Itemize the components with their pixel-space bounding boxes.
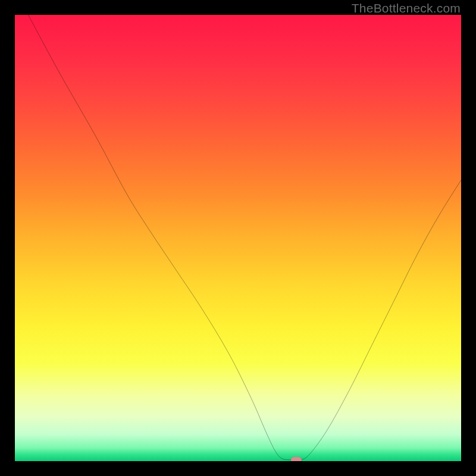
plot-area bbox=[15, 15, 461, 461]
watermark-text: TheBottleneck.com bbox=[352, 1, 461, 15]
minimum-marker bbox=[291, 457, 302, 461]
bottleneck-curve bbox=[15, 15, 461, 461]
chart-frame: TheBottleneck.com bbox=[0, 0, 476, 476]
